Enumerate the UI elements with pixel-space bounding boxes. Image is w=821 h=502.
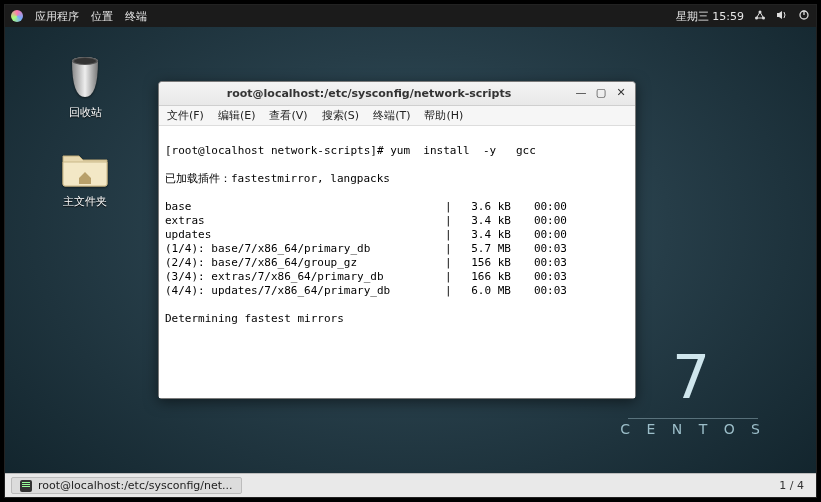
window-title: root@localhost:/etc/sysconfig/network-sc… — [165, 87, 573, 100]
menu-search[interactable]: 搜索(S) — [322, 108, 360, 123]
menu-terminal[interactable]: 终端 — [125, 9, 147, 24]
term-row: (1/4): base/7/x86_64/primary_db|5.7 MB00… — [165, 242, 629, 256]
terminal-output[interactable]: [root@localhost network-scripts]# yum in… — [159, 126, 635, 398]
workspace-indicator[interactable]: 1 / 4 — [773, 479, 810, 492]
bottom-taskbar: root@localhost:/etc/sysconfig/net... 1 /… — [5, 473, 816, 497]
home-label: 主文件夹 — [63, 194, 107, 209]
top-panel: 应用程序 位置 终端 星期三 15:59 — [5, 5, 816, 27]
term-footer: Determining fastest mirrors — [165, 312, 629, 326]
maximize-button[interactable]: ▢ — [593, 87, 609, 101]
centos-brand: 7 C E N T O S — [620, 342, 766, 437]
network-icon[interactable] — [754, 9, 766, 24]
taskbar-item-terminal[interactable]: root@localhost:/etc/sysconfig/net... — [11, 477, 242, 494]
term-row: (3/4): extras/7/x86_64/primary_db|166 kB… — [165, 270, 629, 284]
menu-edit[interactable]: 编辑(E) — [218, 108, 256, 123]
home-folder-icon[interactable]: 主文件夹 — [61, 148, 109, 209]
clock: 星期三 15:59 — [676, 9, 744, 24]
titlebar[interactable]: root@localhost:/etc/sysconfig/network-sc… — [159, 82, 635, 106]
svg-point-7 — [74, 58, 96, 64]
terminal-window[interactable]: root@localhost:/etc/sysconfig/network-sc… — [158, 81, 636, 399]
term-prompt: [root@localhost network-scripts]# yum in… — [165, 144, 629, 158]
brand-version: 7 — [620, 342, 766, 412]
term-row: (2/4): base/7/x86_64/group_gz|156 kB00:0… — [165, 256, 629, 270]
menu-places[interactable]: 位置 — [91, 9, 113, 24]
term-row: updates|3.4 kB00:00 — [165, 228, 629, 242]
brand-name: C E N T O S — [620, 421, 766, 437]
trash-label: 回收站 — [69, 105, 102, 120]
close-button[interactable]: ✕ — [613, 87, 629, 101]
desktop-icons: 回收站 主文件夹 — [61, 53, 109, 209]
trash-icon[interactable]: 回收站 — [65, 53, 105, 120]
desktop: 应用程序 位置 终端 星期三 15:59 回收站 — [4, 4, 817, 498]
taskbar-item-label: root@localhost:/etc/sysconfig/net... — [38, 479, 233, 492]
minimize-button[interactable]: — — [573, 87, 589, 101]
term-row: (4/4): updates/7/x86_64/primary_db|6.0 M… — [165, 284, 629, 298]
menu-terminal[interactable]: 终端(T) — [373, 108, 410, 123]
term-row: base|3.6 kB00:00 — [165, 200, 629, 214]
menu-view[interactable]: 查看(V) — [269, 108, 307, 123]
menubar: 文件(F) 编辑(E) 查看(V) 搜索(S) 终端(T) 帮助(H) — [159, 106, 635, 126]
volume-icon[interactable] — [776, 9, 788, 24]
power-icon[interactable] — [798, 9, 810, 24]
term-row: extras|3.4 kB00:00 — [165, 214, 629, 228]
menu-file[interactable]: 文件(F) — [167, 108, 204, 123]
terminal-icon — [20, 480, 32, 492]
term-plugins: 已加载插件：fastestmirror, langpacks — [165, 172, 629, 186]
activities-icon[interactable] — [11, 10, 23, 22]
menu-applications[interactable]: 应用程序 — [35, 9, 79, 24]
menu-help[interactable]: 帮助(H) — [424, 108, 463, 123]
